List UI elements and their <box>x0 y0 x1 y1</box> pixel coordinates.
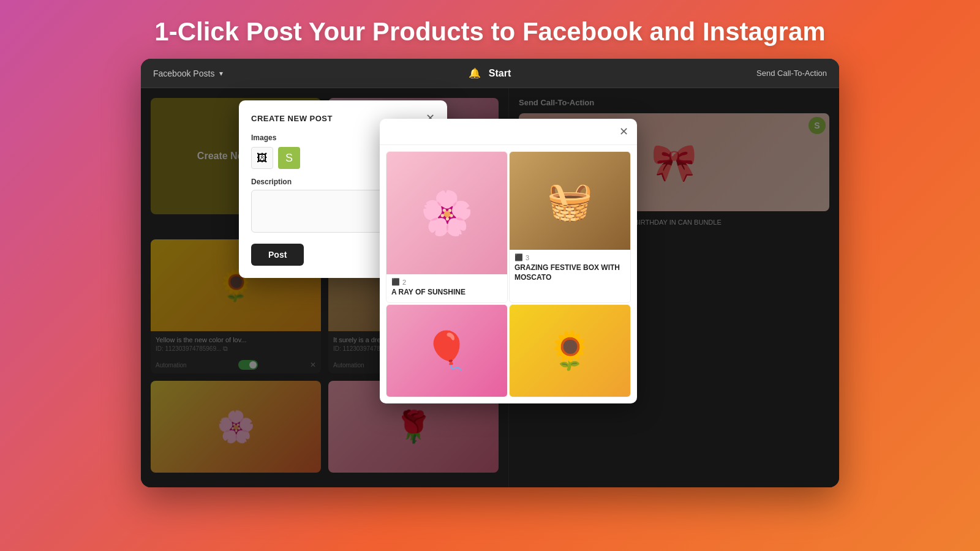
picker-item-grazing[interactable]: 🧺 ⬛ 3 GRAZING FESTIVE BOX WITH MOSCATO <box>509 151 631 303</box>
picker-item-count: ⬛ 2 <box>391 278 502 286</box>
chevron-down-icon[interactable]: ▾ <box>219 69 223 78</box>
picker-item-image: 🌻 <box>510 305 630 397</box>
app-window: Facebook Posts ▾ 🔔 Start Send Call-To-Ac… <box>141 59 839 487</box>
product-picker-modal: ✕ 🌸 ⬛ 2 A RAY OF SUNSHINE <box>380 119 637 403</box>
cta-label: Send Call-To-Action <box>756 69 827 78</box>
picker-item-sunflowers[interactable]: 🌻 <box>509 304 631 397</box>
picker-item-info: ⬛ 3 GRAZING FESTIVE BOX WITH MOSCATO <box>510 250 630 287</box>
picker-item-count: ⬛ 3 <box>514 253 625 261</box>
picker-item-image: 🧺 <box>510 152 630 250</box>
facebook-posts-label: Facebook Posts <box>153 69 214 78</box>
top-bar: Facebook Posts ▾ 🔔 Start Send Call-To-Ac… <box>141 59 839 88</box>
modal-title: CREATE NEW POST <box>251 114 333 123</box>
topbar-left: Facebook Posts ▾ <box>153 69 223 78</box>
post-button[interactable]: Post <box>251 244 304 266</box>
picker-item-image: 🎈 <box>386 305 507 397</box>
picker-grid: 🌸 ⬛ 2 A RAY OF SUNSHINE <box>380 145 637 403</box>
picker-header: ✕ <box>380 119 637 145</box>
shopify-image-button[interactable]: S <box>278 147 300 169</box>
modal-backdrop: CREATE NEW POST ✕ Images 🖼 S Description… <box>141 88 839 487</box>
start-label: Start <box>489 68 511 78</box>
picker-item-image: 🌸 <box>386 152 507 274</box>
picker-item-sunshine[interactable]: 🌸 ⬛ 2 A RAY OF SUNSHINE <box>386 151 508 303</box>
picker-item-name: GRAZING FESTIVE BOX WITH MOSCATO <box>514 263 625 282</box>
image-upload-button[interactable]: 🖼 <box>251 147 273 169</box>
bell-icon: 🔔 <box>469 68 481 78</box>
picker-item-name: A RAY OF SUNSHINE <box>391 288 502 298</box>
topbar-right: Send Call-To-Action <box>756 69 827 78</box>
picker-close-button[interactable]: ✕ <box>619 125 628 138</box>
picker-item-info: ⬛ 2 A RAY OF SUNSHINE <box>386 274 507 302</box>
topbar-center: 🔔 Start <box>469 67 511 79</box>
content-area: Create New Post 💐 Comment 200FF to get t… <box>141 88 839 487</box>
page-main-title: 1-Click Post Your Products to Facebook a… <box>154 0 825 59</box>
picker-item-birthday[interactable]: 🎈 <box>386 304 508 397</box>
